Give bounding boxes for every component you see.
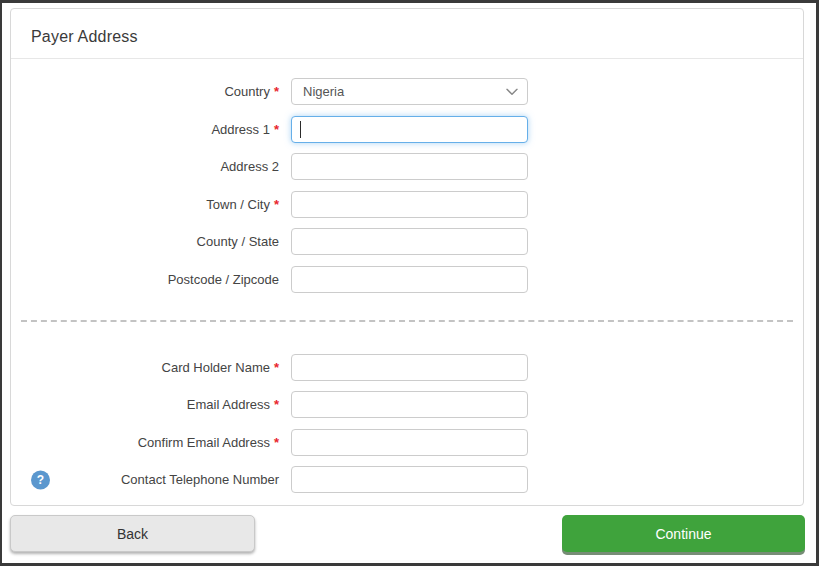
required-asterisk: *: [274, 435, 279, 450]
card-holder-name-label-text: Card Holder Name: [162, 360, 270, 375]
page: Payer Address Country* Nigeria Address 1…: [0, 0, 819, 566]
form-row-postcode: Postcode / Zipcode: [11, 266, 803, 293]
telephone-input[interactable]: [291, 466, 528, 493]
back-button[interactable]: Back: [10, 515, 255, 552]
section-divider: [21, 320, 793, 322]
panel-header: Payer Address: [11, 9, 803, 59]
telephone-control: [291, 466, 528, 493]
required-asterisk: *: [274, 360, 279, 375]
page-title: Payer Address: [31, 28, 138, 46]
postcode-label-text: Postcode / Zipcode: [168, 272, 279, 287]
required-asterisk: *: [274, 84, 279, 99]
card-holder-name-label: Card Holder Name*: [11, 360, 279, 375]
payer-address-panel: Payer Address Country* Nigeria Address 1…: [10, 8, 804, 506]
country-select-wrap: Nigeria: [291, 78, 528, 105]
postcode-control: [291, 266, 528, 293]
postcode-label: Postcode / Zipcode: [11, 272, 279, 287]
telephone-label-text: Contact Telephone Number: [121, 472, 279, 487]
county-state-control: [291, 228, 528, 255]
form-row-town-city: Town / City*: [11, 191, 803, 218]
card-holder-name-input[interactable]: [291, 354, 528, 381]
form-row-email: Email Address*: [11, 391, 803, 418]
address1-label-text: Address 1: [211, 122, 270, 137]
address2-input[interactable]: [291, 153, 528, 180]
email-control: [291, 391, 528, 418]
continue-button[interactable]: Continue: [562, 515, 805, 552]
help-icon[interactable]: ?: [31, 470, 50, 489]
confirm-email-label-text: Confirm Email Address: [138, 435, 270, 450]
form-row-telephone: ? Contact Telephone Number: [11, 466, 803, 493]
county-state-input[interactable]: [291, 228, 528, 255]
form-row-card-holder-name: Card Holder Name*: [11, 354, 803, 381]
email-input[interactable]: [291, 391, 528, 418]
card-holder-name-control: [291, 354, 528, 381]
required-asterisk: *: [274, 197, 279, 212]
country-label: Country*: [11, 84, 279, 99]
address1-control: [291, 116, 528, 143]
postcode-input[interactable]: [291, 266, 528, 293]
confirm-email-label: Confirm Email Address*: [11, 435, 279, 450]
form-row-address2: Address 2: [11, 153, 803, 180]
country-select[interactable]: Nigeria: [291, 78, 528, 105]
address1-input[interactable]: [291, 116, 528, 143]
required-asterisk: *: [274, 122, 279, 137]
text-cursor: [300, 121, 301, 138]
form-row-county-state: County / State: [11, 228, 803, 255]
telephone-label: Contact Telephone Number: [11, 472, 279, 487]
form-row-confirm-email: Confirm Email Address*: [11, 429, 803, 456]
confirm-email-control: [291, 429, 528, 456]
town-city-input[interactable]: [291, 191, 528, 218]
address1-label: Address 1*: [11, 122, 279, 137]
confirm-email-input[interactable]: [291, 429, 528, 456]
town-city-label: Town / City*: [11, 197, 279, 212]
email-label-text: Email Address: [187, 397, 270, 412]
email-label: Email Address*: [11, 397, 279, 412]
form-row-country: Country* Nigeria: [11, 78, 803, 105]
address2-label: Address 2: [11, 159, 279, 174]
town-city-label-text: Town / City: [206, 197, 270, 212]
town-city-control: [291, 191, 528, 218]
address2-control: [291, 153, 528, 180]
address2-label-text: Address 2: [220, 159, 279, 174]
required-asterisk: *: [274, 397, 279, 412]
payer-address-form: Country* Nigeria Address 1*: [11, 59, 803, 493]
county-state-label-text: County / State: [197, 234, 279, 249]
county-state-label: County / State: [11, 234, 279, 249]
country-label-text: Country: [224, 84, 270, 99]
form-row-address1: Address 1*: [11, 116, 803, 143]
